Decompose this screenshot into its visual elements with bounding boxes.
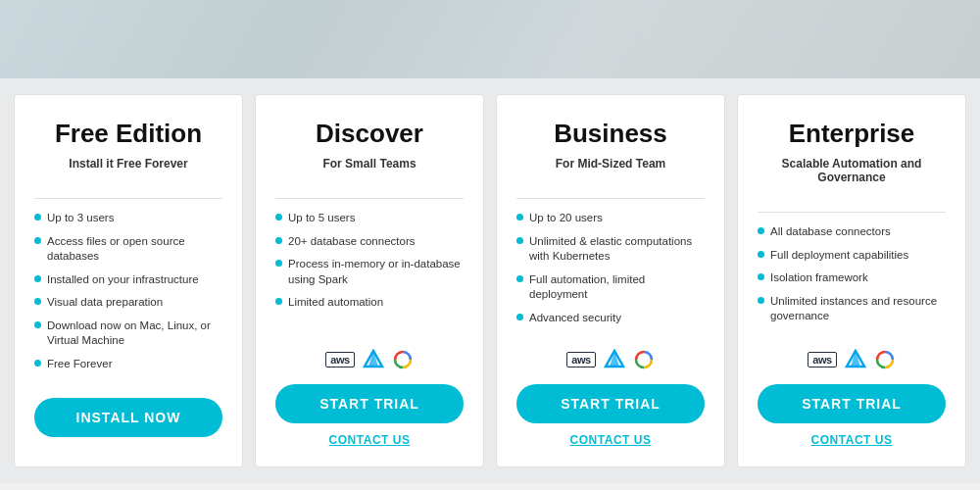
bullet-icon xyxy=(34,360,41,367)
bullet-icon xyxy=(34,275,41,282)
feature-item: Limited automation xyxy=(275,295,464,311)
bullet-icon xyxy=(34,321,41,328)
bullet-icon xyxy=(516,314,523,320)
feature-item: Advanced security xyxy=(516,311,705,326)
feature-text: Full automation, limited deployment xyxy=(529,272,705,303)
plan-features: Up to 3 users Access files or open sourc… xyxy=(34,211,222,379)
plan-card-free: Free Edition Install it Free Forever Up … xyxy=(14,94,243,467)
cta-button[interactable]: START TRIAL xyxy=(516,384,705,423)
plans-container: Free Edition Install it Free Forever Up … xyxy=(0,78,980,483)
bullet-icon xyxy=(34,214,41,220)
bullet-icon xyxy=(34,298,41,305)
feature-text: Up to 3 users xyxy=(47,211,114,226)
plan-card-discover: Discover For Small Teams Up to 5 users 2… xyxy=(255,94,484,467)
feature-item: Up to 20 users xyxy=(516,211,705,226)
feature-item: Free Forever xyxy=(34,357,222,372)
azure-icon xyxy=(604,349,625,370)
feature-text: Full deployment capabilities xyxy=(770,248,908,264)
plan-subtitle: Install it Free Forever xyxy=(69,157,187,171)
plan-subtitle: For Small Teams xyxy=(322,157,416,171)
feature-text: Up to 20 users xyxy=(529,211,603,226)
cloud-logos: aws xyxy=(566,349,654,370)
feature-item: Unlimited instances and resource governa… xyxy=(758,294,946,324)
bullet-icon xyxy=(516,275,523,282)
azure-icon xyxy=(845,349,866,370)
cloud-logos: aws xyxy=(325,349,413,370)
feature-item: Isolation framework xyxy=(758,270,946,286)
divider xyxy=(275,198,464,199)
cloud-logos: aws xyxy=(808,349,895,370)
aws-logo: aws xyxy=(566,352,595,368)
cta-button[interactable]: INSTALL NOW xyxy=(34,398,222,437)
gcp-icon xyxy=(392,349,414,370)
bullet-icon xyxy=(516,237,523,244)
feature-text: Up to 5 users xyxy=(288,211,355,226)
cta-button[interactable]: START TRIAL xyxy=(758,384,946,423)
hero-background xyxy=(0,0,980,78)
bullet-icon xyxy=(758,251,764,258)
aws-logo: aws xyxy=(808,352,836,368)
plan-features: All database connectors Full deployment … xyxy=(758,224,946,333)
plan-card-enterprise: Enterprise Scalable Automation and Gover… xyxy=(737,94,966,467)
feature-text: Unlimited & elastic computations with Ku… xyxy=(529,234,705,265)
feature-text: Installed on your infrastructure xyxy=(47,272,199,288)
bullet-icon xyxy=(275,214,282,220)
feature-item: Full deployment capabilities xyxy=(758,248,946,264)
feature-text: 20+ database connectors xyxy=(288,234,415,250)
plan-features: Up to 20 users Unlimited & elastic compu… xyxy=(516,211,705,333)
feature-item: Visual data preparation xyxy=(34,295,222,311)
feature-text: Process in-memory or in-database using S… xyxy=(288,257,464,287)
bullet-icon xyxy=(758,273,764,280)
divider xyxy=(34,198,222,199)
plan-name: Business xyxy=(554,119,667,149)
plan-subtitle: For Mid-Sized Team xyxy=(556,157,665,171)
plan-name: Discover xyxy=(316,119,423,149)
divider xyxy=(758,212,946,213)
feature-item: All database connectors xyxy=(758,224,946,240)
feature-text: Free Forever xyxy=(47,357,112,372)
feature-item: Download now on Mac, Linux, or Virtual M… xyxy=(34,318,222,349)
feature-text: All database connectors xyxy=(770,224,891,240)
divider xyxy=(516,198,705,199)
feature-item: Access files or open source databases xyxy=(34,234,222,265)
gcp-icon xyxy=(874,349,896,370)
feature-text: Isolation framework xyxy=(770,270,868,286)
plan-card-business: Business For Mid-Sized Team Up to 20 use… xyxy=(496,94,725,467)
bullet-icon xyxy=(275,237,282,244)
feature-item: Up to 3 users xyxy=(34,211,222,226)
feature-text: Access files or open source databases xyxy=(47,234,222,265)
contact-link[interactable]: CONTACT US xyxy=(811,433,893,447)
feature-text: Limited automation xyxy=(288,295,383,311)
plan-features: Up to 5 users 20+ database connectors Pr… xyxy=(275,211,464,333)
feature-text: Visual data preparation xyxy=(47,295,163,311)
contact-link[interactable]: CONTACT US xyxy=(570,433,652,447)
plan-subtitle: Scalable Automation and Governance xyxy=(758,157,946,184)
bullet-icon xyxy=(516,214,523,220)
feature-item: Full automation, limited deployment xyxy=(516,272,705,303)
plan-name: Free Edition xyxy=(55,119,202,149)
plan-name: Enterprise xyxy=(789,119,915,149)
feature-item: Unlimited & elastic computations with Ku… xyxy=(516,234,705,265)
cta-button[interactable]: START TRIAL xyxy=(275,384,464,423)
contact-link[interactable]: CONTACT US xyxy=(329,433,411,447)
feature-item: Process in-memory or in-database using S… xyxy=(275,257,464,287)
feature-item: Up to 5 users xyxy=(275,211,464,226)
bullet-icon xyxy=(275,298,282,305)
bullet-icon xyxy=(34,237,41,244)
aws-logo: aws xyxy=(325,352,354,368)
gcp-icon xyxy=(633,349,655,370)
feature-text: Download now on Mac, Linux, or Virtual M… xyxy=(47,318,222,349)
azure-icon xyxy=(363,349,384,370)
bullet-icon xyxy=(275,260,282,267)
feature-text: Advanced security xyxy=(529,311,621,326)
bullet-icon xyxy=(758,227,764,234)
hero-banner xyxy=(0,0,980,78)
feature-item: Installed on your infrastructure xyxy=(34,272,222,288)
bullet-icon xyxy=(758,297,764,304)
feature-item: 20+ database connectors xyxy=(275,234,464,250)
feature-text: Unlimited instances and resource governa… xyxy=(770,294,946,324)
